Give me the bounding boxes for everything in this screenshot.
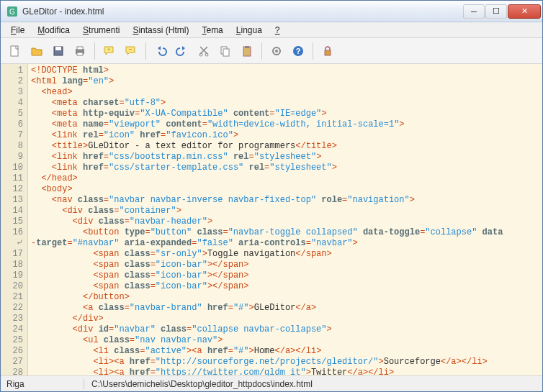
line-number: 16 [1,227,23,238]
svg-text:?: ? [296,47,301,55]
line-number: 13 [1,195,23,206]
code-line[interactable]: <span class="icon-bar"></span> [31,260,539,270]
code-line[interactable]: <a class="navbar-brand" href="#">GLeDito… [31,303,539,314]
code-line[interactable]: <nav class="navbar navbar-inverse navbar… [31,195,539,206]
code-line[interactable]: <html lang="en"> [31,76,539,87]
statusbar: Riga C:\Users\demichelis\Desktop\gledito… [1,375,542,391]
copy-icon[interactable] [215,41,235,61]
code-line[interactable]: <link href="css/starter-template.css" re… [31,163,539,173]
svg-point-17 [275,50,278,53]
maximize-button[interactable]: ☐ [485,4,507,19]
code-line[interactable]: <li><a href="http://sourceforge.net/proj… [31,357,539,368]
line-number: 26 [1,346,23,357]
line-number: 20 [1,281,23,292]
code-line[interactable]: <meta http-equiv="X-UA-Compatible" conte… [31,109,539,119]
comment-add-icon[interactable]: + [99,41,120,61]
code-line[interactable]: <meta charset="utf-8"> [31,98,539,109]
code-line[interactable]: -target="#navbar" aria-expanded="false" … [31,238,539,249]
line-number: 9 [1,152,23,163]
line-number: 3 [1,87,23,98]
svg-rect-7 [77,53,83,55]
menu-tema[interactable]: Tema [196,24,228,37]
line-number: 21 [1,292,23,303]
status-line-label: Riga [5,379,84,389]
line-number: 12 [1,184,23,195]
paste-icon[interactable] [237,41,257,61]
line-number: 2 [1,76,23,87]
undo-icon[interactable] [151,41,171,61]
menu-sintassi-html-[interactable]: Sintassi (Html) [127,24,194,37]
toolbar: +−? [1,38,542,64]
status-file-path: C:\Users\demichelis\Desktop\gleditor_htt… [84,379,313,389]
comment-remove-icon[interactable]: − [121,41,141,61]
code-line[interactable]: <meta name="viewport" content="width=dev… [31,119,539,130]
code-line[interactable]: </button> [31,292,539,303]
code-line[interactable]: <head> [31,87,539,98]
menu-modifica[interactable]: Modifica [32,24,76,37]
line-number: 27 [1,357,23,368]
cut-icon[interactable] [194,41,214,61]
toolbar-separator [313,42,313,60]
code-line[interactable]: <link href="css/bootstrap.min.css" rel="… [31,152,539,163]
redo-icon[interactable] [172,41,192,61]
code-line[interactable]: <title>GLeDitor - a text editor for prog… [31,141,539,152]
code-line[interactable]: <span class="icon-bar"></span> [31,270,539,281]
svg-rect-6 [77,47,83,50]
svg-rect-15 [245,46,249,48]
settings-icon[interactable] [266,41,287,61]
code-line[interactable]: <link rel="icon" href="favicon.ico"> [31,130,539,141]
line-number: 14 [1,206,23,216]
minimize-button[interactable]: ─ [463,4,485,19]
line-number: 25 [1,335,23,346]
line-number: 11 [1,173,23,184]
svg-text:−: − [129,46,133,53]
menu-strumenti[interactable]: Strumenti [77,24,125,37]
code-line[interactable]: <div class="navbar-header"> [31,216,539,227]
code-line[interactable]: <div id="navbar" class="collapse navbar-… [31,324,539,335]
line-number: 1 [1,65,23,76]
code-editor[interactable]: 12345678910111213141516⤶1718192021222324… [1,64,542,375]
line-number: 17 [1,249,23,260]
line-number: ⤶ [1,238,23,249]
code-line[interactable]: <!DOCTYPE html> [31,65,539,76]
menubar: FileModificaStrumentiSintassi (Html)Tema… [1,22,542,38]
svg-rect-4 [55,47,61,50]
line-number: 5 [1,109,23,119]
line-number: 8 [1,141,23,152]
svg-rect-13 [223,49,229,56]
save-icon[interactable] [48,41,68,61]
line-number: 28 [1,368,23,375]
svg-text:G: G [9,8,15,16]
menu-file[interactable]: File [5,24,30,37]
line-number: 22 [1,303,23,314]
line-number: 19 [1,270,23,281]
svg-rect-20 [325,50,331,55]
code-line[interactable]: <li><a href="https://twitter.com/gldm_it… [31,368,539,375]
line-number: 24 [1,324,23,335]
code-line[interactable]: </div> [31,314,539,324]
line-number: 6 [1,119,23,130]
code-line[interactable]: </head> [31,173,539,184]
line-number: 4 [1,98,23,109]
svg-text:+: + [107,46,111,53]
open-folder-icon[interactable] [27,41,47,61]
menu-lingua[interactable]: Lingua [230,24,268,37]
toolbar-separator [261,42,262,60]
code-area[interactable]: <!DOCTYPE html><html lang="en"> <head> <… [28,64,542,375]
help-icon[interactable]: ? [288,41,308,61]
menu--[interactable]: ? [269,24,286,37]
code-line[interactable]: <li class="active"><a href="#">Home</a><… [31,346,539,357]
code-line[interactable]: <body> [31,184,539,195]
code-line[interactable]: <button type="button" class="navbar-togg… [31,227,539,238]
new-file-icon[interactable] [5,41,25,61]
line-number: 23 [1,314,23,324]
print-icon[interactable] [70,41,90,61]
code-line[interactable]: <span class="sr-only">Toggle navigation<… [31,249,539,260]
code-line[interactable]: <div class="container"> [31,206,539,216]
code-line[interactable]: <ul class="nav navbar-nav"> [31,335,539,346]
code-line[interactable]: <span class="icon-bar"></span> [31,281,539,292]
window-title: GLeDitor - index.html [22,6,463,17]
svg-rect-2 [11,46,18,56]
lock-icon[interactable] [318,41,338,61]
close-button[interactable]: ✕ [508,4,541,19]
